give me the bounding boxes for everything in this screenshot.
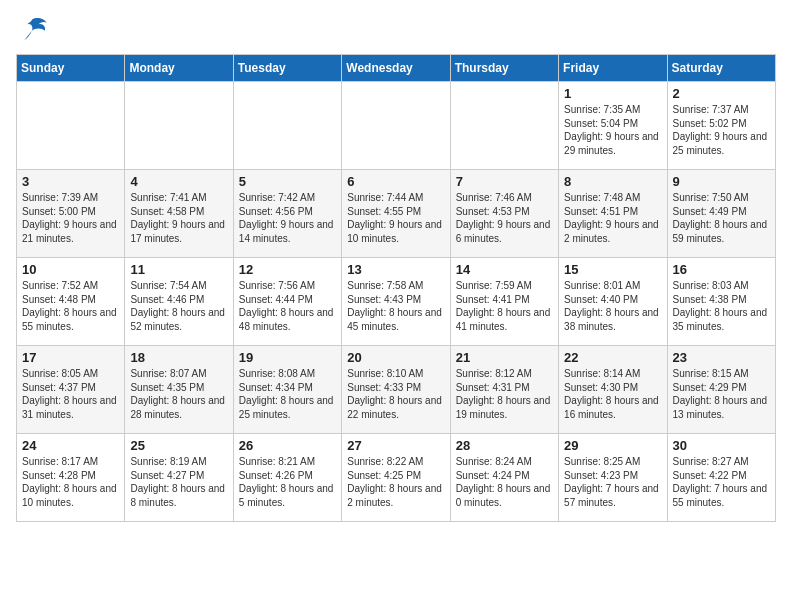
day-info: Sunrise: 7:54 AM Sunset: 4:46 PM Dayligh… — [130, 279, 227, 333]
day-info: Sunrise: 8:01 AM Sunset: 4:40 PM Dayligh… — [564, 279, 661, 333]
day-number: 19 — [239, 350, 336, 365]
day-info: Sunrise: 7:35 AM Sunset: 5:04 PM Dayligh… — [564, 103, 661, 157]
day-number: 21 — [456, 350, 553, 365]
calendar-cell: 18Sunrise: 8:07 AM Sunset: 4:35 PM Dayli… — [125, 346, 233, 434]
day-info: Sunrise: 7:42 AM Sunset: 4:56 PM Dayligh… — [239, 191, 336, 245]
day-info: Sunrise: 8:10 AM Sunset: 4:33 PM Dayligh… — [347, 367, 444, 421]
day-number: 25 — [130, 438, 227, 453]
day-number: 18 — [130, 350, 227, 365]
day-info: Sunrise: 8:14 AM Sunset: 4:30 PM Dayligh… — [564, 367, 661, 421]
day-info: Sunrise: 8:12 AM Sunset: 4:31 PM Dayligh… — [456, 367, 553, 421]
page-header — [16, 16, 776, 44]
day-number: 30 — [673, 438, 770, 453]
day-number: 15 — [564, 262, 661, 277]
day-number: 9 — [673, 174, 770, 189]
calendar-cell: 23Sunrise: 8:15 AM Sunset: 4:29 PM Dayli… — [667, 346, 775, 434]
calendar-cell: 22Sunrise: 8:14 AM Sunset: 4:30 PM Dayli… — [559, 346, 667, 434]
day-info: Sunrise: 8:21 AM Sunset: 4:26 PM Dayligh… — [239, 455, 336, 509]
day-number: 3 — [22, 174, 119, 189]
calendar-cell — [125, 82, 233, 170]
day-number: 11 — [130, 262, 227, 277]
day-info: Sunrise: 7:46 AM Sunset: 4:53 PM Dayligh… — [456, 191, 553, 245]
calendar-week-2: 3Sunrise: 7:39 AM Sunset: 5:00 PM Daylig… — [17, 170, 776, 258]
day-info: Sunrise: 7:58 AM Sunset: 4:43 PM Dayligh… — [347, 279, 444, 333]
day-info: Sunrise: 7:56 AM Sunset: 4:44 PM Dayligh… — [239, 279, 336, 333]
day-info: Sunrise: 8:25 AM Sunset: 4:23 PM Dayligh… — [564, 455, 661, 509]
day-number: 4 — [130, 174, 227, 189]
calendar-cell: 11Sunrise: 7:54 AM Sunset: 4:46 PM Dayli… — [125, 258, 233, 346]
weekday-header-tuesday: Tuesday — [233, 55, 341, 82]
day-info: Sunrise: 8:17 AM Sunset: 4:28 PM Dayligh… — [22, 455, 119, 509]
day-number: 26 — [239, 438, 336, 453]
day-info: Sunrise: 7:41 AM Sunset: 4:58 PM Dayligh… — [130, 191, 227, 245]
logo-icon — [16, 16, 48, 44]
calendar-cell: 16Sunrise: 8:03 AM Sunset: 4:38 PM Dayli… — [667, 258, 775, 346]
calendar-cell: 29Sunrise: 8:25 AM Sunset: 4:23 PM Dayli… — [559, 434, 667, 522]
day-number: 20 — [347, 350, 444, 365]
day-number: 1 — [564, 86, 661, 101]
weekday-header-saturday: Saturday — [667, 55, 775, 82]
weekday-header-friday: Friday — [559, 55, 667, 82]
calendar-cell: 5Sunrise: 7:42 AM Sunset: 4:56 PM Daylig… — [233, 170, 341, 258]
calendar-cell: 3Sunrise: 7:39 AM Sunset: 5:00 PM Daylig… — [17, 170, 125, 258]
weekday-header-row: SundayMondayTuesdayWednesdayThursdayFrid… — [17, 55, 776, 82]
day-info: Sunrise: 8:27 AM Sunset: 4:22 PM Dayligh… — [673, 455, 770, 509]
calendar-cell: 27Sunrise: 8:22 AM Sunset: 4:25 PM Dayli… — [342, 434, 450, 522]
calendar-cell — [233, 82, 341, 170]
day-info: Sunrise: 8:22 AM Sunset: 4:25 PM Dayligh… — [347, 455, 444, 509]
day-number: 23 — [673, 350, 770, 365]
day-info: Sunrise: 7:50 AM Sunset: 4:49 PM Dayligh… — [673, 191, 770, 245]
day-number: 6 — [347, 174, 444, 189]
calendar-cell: 25Sunrise: 8:19 AM Sunset: 4:27 PM Dayli… — [125, 434, 233, 522]
day-info: Sunrise: 7:52 AM Sunset: 4:48 PM Dayligh… — [22, 279, 119, 333]
weekday-header-thursday: Thursday — [450, 55, 558, 82]
day-number: 24 — [22, 438, 119, 453]
day-info: Sunrise: 7:48 AM Sunset: 4:51 PM Dayligh… — [564, 191, 661, 245]
day-number: 12 — [239, 262, 336, 277]
day-number: 10 — [22, 262, 119, 277]
calendar-cell: 30Sunrise: 8:27 AM Sunset: 4:22 PM Dayli… — [667, 434, 775, 522]
day-number: 13 — [347, 262, 444, 277]
calendar-cell: 1Sunrise: 7:35 AM Sunset: 5:04 PM Daylig… — [559, 82, 667, 170]
calendar-cell: 21Sunrise: 8:12 AM Sunset: 4:31 PM Dayli… — [450, 346, 558, 434]
calendar-cell: 6Sunrise: 7:44 AM Sunset: 4:55 PM Daylig… — [342, 170, 450, 258]
day-info: Sunrise: 8:05 AM Sunset: 4:37 PM Dayligh… — [22, 367, 119, 421]
calendar-cell: 12Sunrise: 7:56 AM Sunset: 4:44 PM Dayli… — [233, 258, 341, 346]
day-number: 14 — [456, 262, 553, 277]
day-number: 28 — [456, 438, 553, 453]
day-number: 5 — [239, 174, 336, 189]
calendar-cell: 4Sunrise: 7:41 AM Sunset: 4:58 PM Daylig… — [125, 170, 233, 258]
calendar-table: SundayMondayTuesdayWednesdayThursdayFrid… — [16, 54, 776, 522]
weekday-header-sunday: Sunday — [17, 55, 125, 82]
calendar-cell — [17, 82, 125, 170]
day-number: 27 — [347, 438, 444, 453]
day-number: 17 — [22, 350, 119, 365]
day-info: Sunrise: 8:07 AM Sunset: 4:35 PM Dayligh… — [130, 367, 227, 421]
day-info: Sunrise: 7:59 AM Sunset: 4:41 PM Dayligh… — [456, 279, 553, 333]
calendar-cell: 17Sunrise: 8:05 AM Sunset: 4:37 PM Dayli… — [17, 346, 125, 434]
calendar-cell: 2Sunrise: 7:37 AM Sunset: 5:02 PM Daylig… — [667, 82, 775, 170]
calendar-cell: 7Sunrise: 7:46 AM Sunset: 4:53 PM Daylig… — [450, 170, 558, 258]
calendar-cell — [450, 82, 558, 170]
calendar-cell: 20Sunrise: 8:10 AM Sunset: 4:33 PM Dayli… — [342, 346, 450, 434]
calendar-week-4: 17Sunrise: 8:05 AM Sunset: 4:37 PM Dayli… — [17, 346, 776, 434]
day-info: Sunrise: 7:39 AM Sunset: 5:00 PM Dayligh… — [22, 191, 119, 245]
day-number: 29 — [564, 438, 661, 453]
calendar-cell: 14Sunrise: 7:59 AM Sunset: 4:41 PM Dayli… — [450, 258, 558, 346]
day-info: Sunrise: 7:44 AM Sunset: 4:55 PM Dayligh… — [347, 191, 444, 245]
weekday-header-wednesday: Wednesday — [342, 55, 450, 82]
calendar-cell: 13Sunrise: 7:58 AM Sunset: 4:43 PM Dayli… — [342, 258, 450, 346]
weekday-header-monday: Monday — [125, 55, 233, 82]
calendar-cell: 8Sunrise: 7:48 AM Sunset: 4:51 PM Daylig… — [559, 170, 667, 258]
calendar-cell: 26Sunrise: 8:21 AM Sunset: 4:26 PM Dayli… — [233, 434, 341, 522]
calendar-cell: 9Sunrise: 7:50 AM Sunset: 4:49 PM Daylig… — [667, 170, 775, 258]
logo — [16, 16, 52, 44]
calendar-cell: 28Sunrise: 8:24 AM Sunset: 4:24 PM Dayli… — [450, 434, 558, 522]
day-number: 22 — [564, 350, 661, 365]
calendar-cell: 10Sunrise: 7:52 AM Sunset: 4:48 PM Dayli… — [17, 258, 125, 346]
day-info: Sunrise: 8:19 AM Sunset: 4:27 PM Dayligh… — [130, 455, 227, 509]
day-info: Sunrise: 8:24 AM Sunset: 4:24 PM Dayligh… — [456, 455, 553, 509]
calendar-week-5: 24Sunrise: 8:17 AM Sunset: 4:28 PM Dayli… — [17, 434, 776, 522]
day-info: Sunrise: 8:08 AM Sunset: 4:34 PM Dayligh… — [239, 367, 336, 421]
day-info: Sunrise: 8:15 AM Sunset: 4:29 PM Dayligh… — [673, 367, 770, 421]
